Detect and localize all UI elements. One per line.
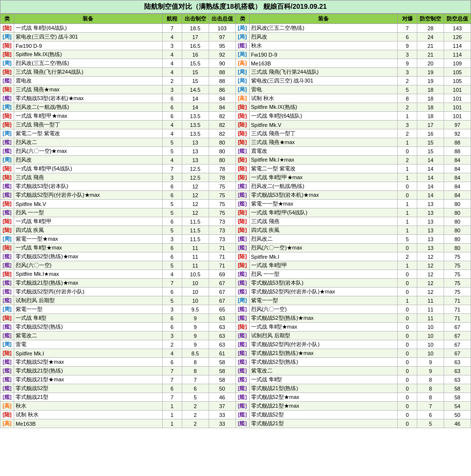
right-equip-name: 紫電二一型 紫電改 (249, 165, 398, 173)
right-tag: [艦] (236, 235, 249, 244)
right-bomb: 0 (398, 147, 417, 156)
left-air: 11 (182, 252, 209, 261)
right-air: 13 (417, 200, 444, 208)
left-air: 13.5 (182, 121, 209, 129)
left-equip-name: 一式战 隼Ⅱ型(64战队) (14, 24, 163, 33)
right-total: 58 (444, 384, 471, 393)
right-bomb: 0 (398, 270, 417, 279)
right-equip-name: 零式舰战52型丙(付岩井小队) (249, 340, 398, 349)
right-air: 10 (417, 331, 444, 340)
left-tag: [陆] (0, 314, 14, 323)
table-row: [周] 紫電一一型★max 3 11.5 73 [艦] 烈风改二 5 13 80 (0, 235, 471, 244)
left-total: 88 (209, 68, 236, 77)
right-tag: [艦] (236, 402, 249, 411)
right-air: 12 (417, 288, 444, 296)
left-tag: [陆] (0, 50, 14, 59)
left-range: 5 (162, 147, 182, 156)
left-air: 10.5 (182, 270, 209, 279)
right-equip-name: 三式战 飛燕(飞行第244战队) (249, 68, 398, 77)
right-tag: [周] (236, 296, 249, 305)
right-air: 20 (417, 59, 444, 68)
right-equip-name: 三式战 飛燕 (249, 217, 398, 226)
left-total: 58 (209, 375, 236, 384)
right-total: 63 (444, 358, 471, 367)
left-total: 63 (209, 340, 236, 349)
right-tag: [局] (236, 85, 249, 94)
table-row: [艦] 零式舰战52型丙(付岩井小队) 6 10 67 [艦] 零式舰战52型丙… (0, 288, 471, 296)
left-equip-name: 一式战 隼Ⅱ型甲★max (14, 112, 163, 121)
left-tag: [陆] (0, 165, 14, 173)
right-air: 14 (417, 182, 444, 191)
left-equip-name: 一式战 隼Ⅱ型甲(54战队) (14, 165, 163, 173)
right-total: 67 (444, 323, 471, 331)
right-total: 84 (444, 165, 471, 173)
right-bomb: 0 (398, 340, 417, 349)
right-air: 14 (417, 156, 444, 165)
left-tag: [艦] (0, 288, 14, 296)
right-tag: [高] (236, 94, 249, 103)
left-range: 6 (162, 94, 182, 103)
left-range: 6 (162, 384, 182, 393)
right-total: 67 (444, 331, 471, 340)
left-tag: [陆] (0, 112, 14, 121)
table-row: [艦] 零式舰战52型(熟练) 6 9 63 [陆] 一式战 隼Ⅱ型★max 0… (0, 323, 471, 331)
right-air: 7 (417, 402, 444, 411)
right-air: 11 (417, 296, 444, 305)
left-tag: [艦] (0, 331, 14, 340)
right-bomb: 1 (398, 138, 417, 147)
right-air: 12 (417, 261, 444, 270)
right-tag: [艦] (236, 393, 249, 402)
left-total: 75 (209, 208, 236, 217)
left-air: 9 (182, 340, 209, 349)
col-bomb-right: 对爆 (398, 14, 417, 24)
right-tag: [艦] (236, 419, 249, 428)
left-equip-name: 紫电改(三四三空) 战斗301 (14, 33, 163, 41)
left-air: 11.5 (182, 235, 209, 244)
right-bomb: 0 (398, 331, 417, 340)
right-tag: [陆] (236, 261, 249, 270)
left-air: 13.5 (182, 129, 209, 138)
right-bomb: 0 (398, 375, 417, 384)
right-bomb: 0 (398, 182, 417, 191)
left-equip-name: 烈风(六〇一空)★max (14, 147, 163, 156)
left-equip-name: 紫電二一型 紫電改 (14, 129, 163, 138)
left-total: 73 (209, 235, 236, 244)
header-row: 类 装备 航程 出击制空 出击总值 类 装备 对爆 防空制空 防空总值 (0, 14, 471, 24)
col-type-right: 类 (236, 14, 249, 24)
left-air: 11 (182, 261, 209, 270)
right-bomb: 1 (398, 226, 417, 235)
right-equip-name: 零式舰战52型丙(付岩井小队)★max (249, 288, 398, 296)
right-bomb: 0 (398, 244, 417, 252)
left-total: 58 (209, 367, 236, 375)
right-equip-name: Spitfire Mk.I★max (249, 156, 398, 165)
right-bomb: 0 (398, 419, 417, 428)
table-row: [艦] 紫電改二 3 9 63 [艦] 试制烈风 后期型 0 10 67 (0, 331, 471, 340)
left-range: 3 (162, 305, 182, 314)
left-tag: [艦] (0, 77, 14, 85)
left-tag: [陆] (0, 349, 14, 358)
right-tag: [陆] (236, 252, 249, 261)
right-tag: [艦] (236, 200, 249, 208)
table-row: [陆] 一式战 隼Ⅱ型 6 9 63 [艦] 零式舰战52型(熟练)★max 0… (0, 314, 471, 323)
right-air: 11 (417, 314, 444, 323)
right-bomb: 1 (398, 165, 417, 173)
right-air: 8 (417, 393, 444, 402)
right-total: 75 (444, 288, 471, 296)
left-air: 18.5 (182, 24, 209, 33)
right-air: 19 (417, 68, 444, 77)
right-tag: [局] (236, 77, 249, 85)
right-tag: [陆] (236, 138, 249, 147)
right-equip-name: 一式战 隼Ⅱ型(64战队) (249, 112, 398, 121)
table-row: [周] 烈风改(三五二空/熟练) 4 15.5 90 [高] Me163B 9 … (0, 59, 471, 68)
left-range: 1 (162, 402, 182, 411)
right-tag: [局] (236, 24, 249, 33)
left-tag: [艦] (0, 182, 14, 191)
right-bomb: 5 (398, 85, 417, 94)
right-tag: [陆] (236, 103, 249, 112)
right-total: 92 (444, 129, 471, 138)
left-tag: [陆] (0, 226, 14, 235)
right-total: 46 (444, 419, 471, 428)
table-row: [陆] 三式战 飛燕★max 3 14.5 86 [局] 雷电 5 18 101 (0, 85, 471, 94)
left-total: 80 (209, 156, 236, 165)
right-tag: [艦] (236, 305, 249, 314)
